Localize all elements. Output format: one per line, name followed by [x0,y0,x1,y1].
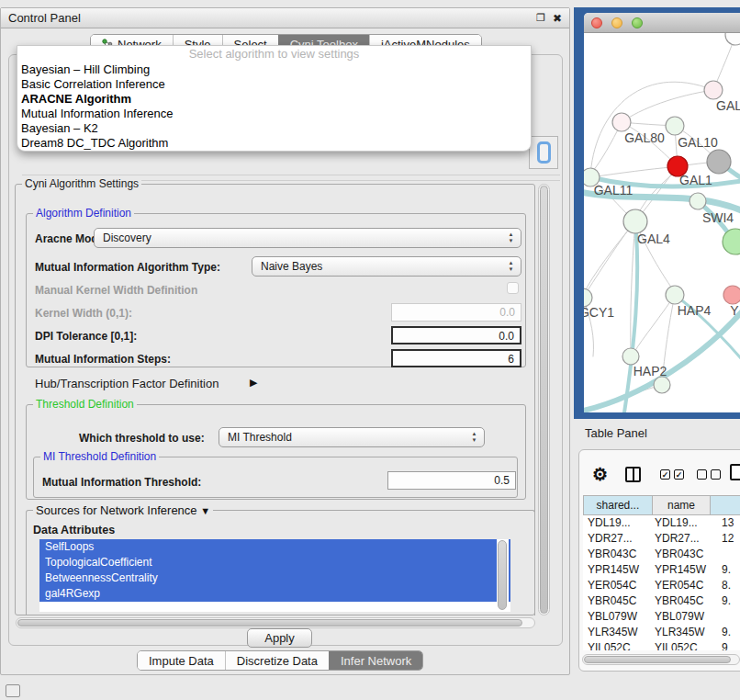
table-cell[interactable]: 9. [714,562,731,578]
table-cell[interactable]: YBR045C [583,593,653,609]
mac-minimize-button[interactable] [611,17,622,28]
table-cell[interactable]: 13 [714,515,734,531]
node[interactable] [704,81,723,99]
table-row[interactable]: YPR145WYPR145W9. [583,562,740,578]
attributes-scrollbar[interactable] [497,539,509,612]
table-row[interactable]: YDR27...YDR27...12 [583,531,740,547]
hub-definition-label[interactable]: Hub/Transcription Factor Definition [35,377,219,390]
settings-hscrollbar[interactable] [16,617,535,628]
table-cell[interactable]: YPR145W [583,562,653,578]
table-cell[interactable]: YBR043C [583,547,653,562]
attribute-item[interactable]: gal4RGexp [39,586,510,602]
table-cell[interactable]: YIL052C [583,640,653,650]
bottom-tab-discretize-data[interactable]: Discretize Data [225,651,329,670]
table-row[interactable]: YER054CYER054C8. [583,578,740,593]
attribute-item[interactable]: BetweennessCentrality [39,570,510,586]
node[interactable] [723,286,740,304]
node[interactable] [654,377,670,393]
table-hscroll-thumb[interactable] [584,656,731,663]
which-threshold-select[interactable]: MI Threshold ▲▼ [219,427,485,447]
apply-button[interactable]: Apply [247,628,312,648]
table-row[interactable]: YBR043CYBR043C [583,547,740,562]
table-cell[interactable]: YPR145W [653,562,714,578]
mi-threshold-field[interactable]: 0.5 [387,471,516,490]
split-columns-icon[interactable] [625,467,641,482]
node-HAP4[interactable] [666,286,684,304]
table-cell[interactable]: YDR27... [653,531,714,547]
aracne-mode-select[interactable]: Discovery ▲▼ [94,228,521,248]
node-GAL4[interactable] [623,209,647,233]
checkbox-checked-icon[interactable]: ✓ [674,469,684,480]
table-cell[interactable]: YBR045C [653,593,714,609]
node-GAL10[interactable] [666,117,684,135]
table-row[interactable]: YBL079WYBL079W [583,609,740,625]
table-cell[interactable]: YER054C [653,578,714,593]
node[interactable] [725,33,740,45]
algorithm-option[interactable]: Mutual Information Inference [17,107,531,121]
bottom-tab-impute-data[interactable]: Impute Data [138,651,225,670]
kernel-width-field[interactable]: 0.0 [391,303,521,322]
attribute-item[interactable]: SelfLoops [39,539,510,555]
float-panel-icon[interactable]: ❐ [536,12,545,24]
table-row[interactable]: YIL052CYIL052C9 [583,640,740,650]
mi-steps-field[interactable]: 6 [391,349,521,367]
algorithm-option[interactable]: Basic Correlation Inference [17,77,531,92]
network-window-titlebar[interactable] [584,13,740,33]
mi-algorithm-type-select[interactable]: Naive Bayes ▲▼ [252,256,521,277]
attributes-scroll-thumb[interactable] [498,540,507,610]
network-canvas[interactable]: GALGAL80GAL10GAL1GAL11SWI4GAL4GCY1HAP4YH… [584,33,740,412]
table-row[interactable]: YBR045CYBR045C9. [583,593,740,609]
settings-vscrollbar[interactable] [538,184,550,615]
manual-kernel-width-checkbox[interactable] [507,282,519,294]
collapsed-panel-icon[interactable] [6,684,20,697]
gear-icon[interactable]: ⚙ [592,464,608,485]
node-HAP2[interactable] [622,348,639,365]
table-hscrollbar[interactable] [582,654,740,665]
table-cell[interactable]: 8. [714,578,731,593]
mac-close-button[interactable] [591,17,602,28]
algorithm-option[interactable]: Bayesian – K2 [17,121,531,136]
table-cell[interactable] [714,547,722,562]
table-cell[interactable]: 12 [714,531,734,547]
table-cell[interactable]: 9. [714,625,731,640]
column-header[interactable] [711,495,740,515]
node-GAL80[interactable] [612,113,631,131]
table-cell[interactable] [714,609,722,625]
settings-vscroll-thumb[interactable] [540,186,548,614]
checkbox-checked-icon[interactable]: ✓ [660,469,670,480]
data-attributes-list[interactable]: SelfLoopsTopologicalCoefficientBetweenne… [39,539,510,612]
table-cell[interactable]: YBL079W [653,609,714,625]
close-panel-icon[interactable]: ✖ [553,12,562,25]
column-header[interactable]: shared... [583,495,653,515]
sources-title[interactable]: Sources for Network Inference ▼ [33,504,213,517]
node[interactable] [707,150,731,174]
settings-hscroll-thumb[interactable] [17,619,522,627]
table-cell[interactable]: YLR345W [653,625,714,640]
dpi-tolerance-field[interactable]: 0.0 [391,326,521,344]
attribute-item[interactable]: TopologicalCoefficient [39,555,510,570]
table-cell[interactable]: YDL19... [653,515,714,531]
table-cell[interactable]: YDR27... [583,531,653,547]
algorithm-option[interactable]: Dream8 DC_TDC Algorithm [17,136,531,151]
mac-zoom-button[interactable] [632,17,643,28]
column-header[interactable]: name [653,495,711,515]
checkbox-unchecked-icon[interactable] [697,469,707,480]
checkbox-unchecked-icon[interactable] [711,469,721,480]
table-cell[interactable]: YLR345W [583,625,653,640]
table-cell[interactable]: 9 [714,640,728,650]
table-cell[interactable]: 9. [714,593,731,609]
table-cell[interactable]: YDL19... [583,515,653,531]
table-row[interactable]: YLR345WYLR345W9. [583,625,740,640]
node-SWI4[interactable] [690,193,706,209]
expand-arrow-icon[interactable]: ▶ [250,377,257,389]
table-cell[interactable]: YBR043C [653,547,714,562]
table-cell[interactable]: YER054C [583,578,653,593]
algorithm-option[interactable]: ARACNE Algorithm [17,92,531,107]
table-cell[interactable]: YBL079W [583,609,653,625]
table-row[interactable]: YDL19...YDL19...13 [583,515,740,531]
control-panel-titlebar[interactable]: Control Panel ❐ ✖ [1,8,569,28]
table-cell[interactable]: YIL052C [653,640,714,650]
bottom-tab-infer-network[interactable]: Infer Network [329,651,422,670]
document-icon[interactable] [730,464,740,480]
node-GCY1[interactable] [584,288,592,307]
